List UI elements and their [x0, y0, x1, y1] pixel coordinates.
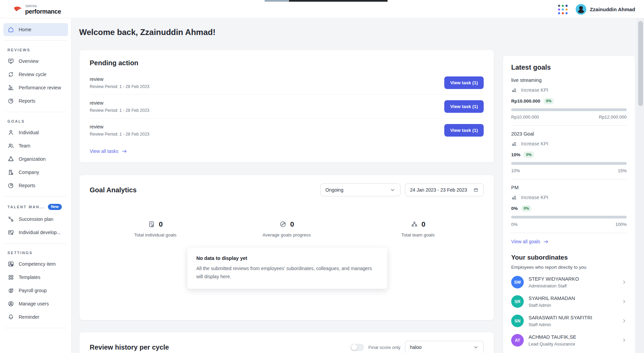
date-range-picker[interactable]: 24 Jan 2023 - 23 Feb 2023 [405, 183, 484, 196]
grid-dot [558, 5, 560, 7]
sidebar-item-performance-review[interactable]: Performance review [3, 81, 68, 94]
cycle-icon [7, 71, 14, 78]
user-circle-icon [7, 300, 14, 307]
sidebar-item-label: Payroll group [19, 288, 47, 293]
stat-value: 0 [159, 220, 163, 228]
view-task-button[interactable]: View task (1) [444, 124, 484, 137]
app-header: talenta performance Zzainuddin Ahm [0, 0, 644, 18]
subordinate-name: ACHMAD TAUFIK,SE [529, 334, 617, 340]
goal-range-end: 100% [615, 222, 627, 227]
goal-progress-bar [511, 162, 627, 165]
toggle-knob [351, 344, 357, 350]
people-icon [7, 142, 14, 149]
subordinate-role: Staff Admin [529, 303, 617, 308]
view-task-button[interactable]: View task (1) [444, 76, 484, 89]
route-icon [7, 216, 14, 223]
cycle-select[interactable]: haloo [405, 341, 484, 353]
org-icon [7, 156, 14, 162]
user-name: Zzainuddin Ahmad [590, 6, 635, 12]
sidebar-item-organization[interactable]: Organization [3, 153, 68, 165]
grid-dot [566, 8, 568, 11]
divider [511, 233, 627, 233]
sidebar-item-review-cycle[interactable]: Review cycle [3, 68, 68, 81]
sidebar-item-company[interactable]: Company [3, 166, 68, 179]
scrollbar-thumb[interactable] [638, 21, 643, 106]
sidebar-item-individual-development[interactable]: Individual develop... [3, 226, 68, 239]
subordinate-row[interactable]: SUPRIADI Software Analyst [511, 350, 627, 353]
latest-goals-title: Latest goals [511, 64, 627, 71]
sidebar-section-reviews: REVIEWS [3, 45, 68, 54]
sidebar-divider [4, 196, 67, 197]
grid-dot [558, 12, 560, 14]
subordinate-name: SARASWATI NUR SYAFITRI [529, 315, 617, 320]
sidebar-item-reminder[interactable]: Reminder [3, 311, 68, 323]
subordinate-row[interactable]: SN SARASWATI NUR SYAFITRI Staff Admin [511, 311, 627, 331]
chevron-right-icon [622, 318, 627, 323]
sidebar-item-individual[interactable]: Individual [3, 126, 68, 139]
view-all-goals-link[interactable]: View all goals [511, 239, 549, 245]
review-history-title: Review history per cycle [90, 343, 169, 351]
goal-status-select[interactable]: Ongoing [320, 183, 400, 196]
sidebar-item-manage-users[interactable]: Manage users [3, 297, 68, 310]
view-all-goals-label: View all goals [511, 239, 540, 244]
subordinate-role: Lead Quality Assurance [529, 341, 617, 347]
goal-item: PM Increase KPI 0% 0% 0% 100% [511, 185, 627, 227]
logo-text: talenta performance [25, 4, 61, 15]
avatar: AT [511, 334, 524, 347]
chevron-right-icon [622, 299, 627, 304]
chevron-down-icon [473, 345, 479, 350]
final-score-toggle[interactable] [351, 344, 364, 351]
goal-analytics-title: Goal Analytics [90, 186, 137, 194]
sidebar-item-succession-plan[interactable]: Succession plan [3, 213, 68, 226]
task-period: Review Period: 1 - 28 Feb 2023 [90, 132, 149, 137]
sidebar-item-label: Reminder [19, 314, 39, 320]
divider [511, 125, 627, 126]
subordinate-name: STEFY WIDYANARKO [529, 276, 617, 282]
goal-range-start: Rp10.000.000 [511, 114, 539, 120]
talenta-performance-logo[interactable]: talenta performance [14, 4, 61, 15]
sidebar-item-reviews-reports[interactable]: Reports [3, 94, 68, 107]
grid-dot [562, 8, 564, 11]
subordinate-row[interactable]: AT ACHMAD TAUFIK,SE Lead Quality Assuran… [511, 331, 627, 350]
chevron-right-icon [622, 280, 627, 285]
overview-icon [7, 58, 14, 65]
avatar: SN [511, 315, 524, 327]
stat-label: Average goals progress [221, 232, 353, 237]
pie-chart-icon [7, 182, 14, 189]
apps-grid-icon[interactable] [557, 3, 569, 16]
sidebar-item-team[interactable]: Team [3, 139, 68, 152]
subordinate-row[interactable]: SW STEFY WIDYANARKO Administration Staff [511, 272, 627, 292]
sidebar-divider [4, 40, 67, 41]
goal-name: 2023 Goal [511, 131, 627, 137]
goal-progress-badge: 0% [543, 98, 554, 104]
arrow-right-icon [543, 239, 549, 245]
view-all-tasks-link[interactable]: View all tasks [90, 148, 127, 154]
logo-talenta-label: talenta [25, 4, 61, 8]
sidebar-item-label: Templates [19, 275, 40, 280]
view-task-button[interactable]: View task (1) [444, 100, 484, 113]
sidebar-item-competency-item[interactable]: Competency item [3, 258, 68, 270]
avatar: SR [511, 295, 524, 308]
sidebar-item-payroll-group[interactable]: Payroll group [3, 284, 68, 297]
kpi-bars-icon [511, 140, 518, 147]
final-score-label: Final score only [368, 345, 400, 350]
sidebar-item-templates[interactable]: Templates [3, 271, 68, 284]
goal-range-start: 0% [511, 222, 518, 227]
stat-total-individual-goals: 0 Total individual goals [90, 220, 221, 237]
sidebar-section-settings: SETTINGS [3, 248, 68, 257]
bell-icon [7, 314, 14, 320]
home-icon [7, 26, 14, 33]
sidebar-section-talent-management: TALENT MAN... New [3, 201, 68, 212]
stat-average-goals-progress: 0 Average goals progress [221, 220, 353, 237]
sidebar-item-home[interactable]: Home [3, 23, 68, 36]
calendar-icon [473, 187, 479, 193]
sidebar-item-label: Individual develop... [19, 230, 61, 235]
sidebar-item-overview[interactable]: Overview [3, 55, 68, 68]
sidebar-item-label: Team [19, 143, 30, 148]
user-menu[interactable]: Zzainuddin Ahmad [576, 4, 635, 15]
page-scrollbar[interactable] [637, 18, 644, 353]
sidebar-item-goals-reports[interactable]: Reports [3, 179, 68, 192]
goal-range-end: 15% [618, 168, 627, 173]
subordinate-row[interactable]: SR SYAHRIL RAMADAN Staff Admin [511, 292, 627, 311]
sidebar-item-label: Review cycle [19, 72, 47, 77]
